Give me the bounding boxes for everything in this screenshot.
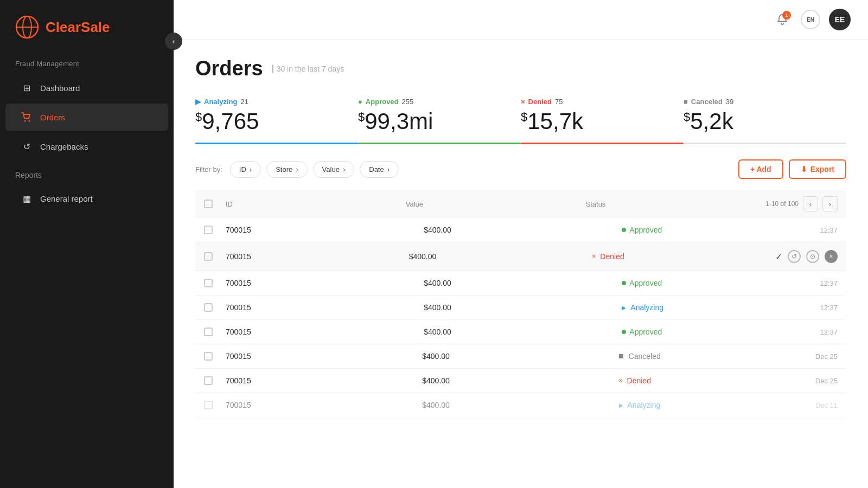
table-row[interactable]: 700015 $400.00 Approved 12:37 (195, 218, 846, 242)
filter-id-arrow-icon: › (250, 165, 252, 174)
select-all-checkbox[interactable] (204, 200, 226, 208)
next-page-button[interactable]: › (822, 196, 838, 211)
stat-canceled-label: ■ Canceled 39 (684, 98, 830, 106)
sidebar-item-dashboard-label: Dashboard (40, 84, 80, 93)
table-header: ID Value Status 1-10 of 100 ‹ › (195, 190, 846, 218)
filter-store-button[interactable]: Store › (266, 161, 307, 178)
stat-analyzing: ▶ Analyzing 21 $9,765 (195, 98, 358, 143)
sidebar-item-chargebacks[interactable]: ↺ Chargebacks (5, 133, 168, 160)
row-value-1: $400.00 (424, 226, 622, 234)
row-status-6: Canceled (619, 352, 815, 361)
row-status-7: × Denied (619, 376, 815, 385)
filters-row: Filter by: ID › Store › Value › Date › +… (195, 159, 846, 179)
approved-indicator (358, 143, 521, 144)
page-subtitle: 30 in the last 7 days (272, 65, 344, 73)
row-value-7: $400.00 (422, 376, 618, 385)
stat-denied-value: $15,7k (521, 110, 667, 133)
row-time-3: 12:37 (820, 279, 838, 287)
stat-approved-value: $99,3mi (358, 110, 505, 133)
avatar[interactable]: EE (829, 9, 851, 30)
dashboard-icon: ⊞ (21, 82, 33, 94)
table-row[interactable]: 700015 $400.00 ▶ Analyzing Dec 11 (195, 393, 846, 418)
logo-text: ClearSale (46, 19, 110, 36)
row-id-5: 700015 (226, 328, 424, 336)
row-status-8: ▶ Analyzing (619, 401, 815, 409)
prev-page-button[interactable]: ‹ (803, 196, 818, 211)
table-actions: + Add ⬇ Export (738, 159, 846, 179)
row-value-2: $400.00 (409, 252, 592, 261)
row-id-2: 700015 (226, 252, 409, 261)
row-checkbox-2[interactable] (204, 252, 226, 261)
orders-icon (21, 111, 33, 123)
refresh-action-button[interactable]: ↺ (788, 250, 801, 263)
row-value-5: $400.00 (424, 328, 622, 336)
notifications-button[interactable]: 1 (773, 10, 792, 29)
close-action-button[interactable]: × (825, 250, 838, 263)
logo: ClearSale (0, 0, 174, 50)
row-checkbox-6[interactable] (204, 352, 226, 361)
row-id-4: 700015 (226, 303, 424, 312)
canceled-square-icon (619, 354, 623, 358)
sidebar-item-orders[interactable]: Orders (5, 104, 168, 131)
approved-prefix-icon: ● (358, 98, 362, 106)
svg-point-4 (29, 120, 30, 122)
sidebar-item-dashboard[interactable]: ⊞ Dashboard (5, 74, 168, 101)
page-title: Orders (195, 57, 263, 80)
table-row[interactable]: 700015 $400.00 × Denied ✓ ↺ ⊙ × (195, 242, 846, 271)
row-id-6: 700015 (226, 352, 422, 361)
row-checkbox-3[interactable] (204, 279, 226, 287)
denied-x-icon-7: × (619, 377, 623, 384)
filter-date-button[interactable]: Date › (360, 161, 399, 178)
row-checkbox-7[interactable] (204, 376, 226, 385)
table-row[interactable]: 700015 $400.00 ▶ Analyzing 12:37 (195, 296, 846, 320)
row-id-1: 700015 (226, 226, 424, 234)
approved-dot-5 (622, 330, 626, 334)
analyzing-arrow-icon: ▶ (622, 305, 626, 311)
sidebar-item-general-report-label: General report (40, 194, 93, 203)
row-time-7: Dec 25 (815, 377, 838, 385)
general-report-icon: ▦ (21, 192, 33, 204)
table-row[interactable]: 700015 $400.00 Canceled Dec 25 (195, 344, 846, 369)
table-row[interactable]: 700015 $400.00 Approved 12:37 (195, 320, 846, 344)
fraud-management-label: Fraud Management (0, 50, 174, 73)
row-status-3: Approved (622, 279, 820, 287)
notification-badge: 1 (782, 11, 791, 20)
stat-canceled-value: $5,2k (684, 110, 830, 133)
row-checkbox-8[interactable] (204, 401, 226, 409)
denied-prefix-icon: × (521, 98, 525, 106)
language-button[interactable]: EN (801, 10, 820, 29)
stat-approved: ● Approved 255 $99,3mi (358, 98, 521, 143)
table-row[interactable]: 700015 $400.00 Approved 12:37 (195, 271, 846, 296)
stats-row: ▶ Analyzing 21 $9,765 ● Approved 255 $99… (195, 98, 846, 144)
column-value-header: Value (406, 200, 586, 208)
export-icon: ⬇ (801, 165, 807, 174)
stat-denied: × Denied 75 $15,7k (521, 98, 684, 143)
sidebar-toggle-button[interactable]: ‹ (165, 33, 182, 50)
table-row[interactable]: 700015 $400.00 × Denied Dec 25 (195, 369, 846, 393)
reports-section-label: Reports (0, 161, 174, 184)
row-checkbox-5[interactable] (204, 328, 226, 336)
row-value-4: $400.00 (424, 303, 622, 312)
svg-point-3 (24, 120, 26, 122)
page-content: Orders 30 in the last 7 days ▶ Analyzing… (174, 40, 868, 488)
add-button[interactable]: + Add (738, 159, 783, 179)
stat-analyzing-label: ▶ Analyzing 21 (195, 98, 342, 106)
approve-action-button[interactable]: ✓ (775, 252, 782, 262)
filter-value-button[interactable]: Value › (313, 161, 355, 178)
stat-analyzing-value: $9,765 (195, 110, 342, 133)
filter-id-button[interactable]: ID › (230, 161, 261, 178)
export-button[interactable]: ⬇ Export (789, 159, 846, 179)
row-id-3: 700015 (226, 279, 424, 287)
info-action-button[interactable]: ⊙ (806, 250, 819, 263)
row-time-8: Dec 11 (815, 401, 838, 409)
row-value-3: $400.00 (424, 279, 622, 287)
header-checkbox[interactable] (204, 200, 213, 208)
row-id-8: 700015 (226, 401, 422, 409)
row-checkbox-4[interactable] (204, 303, 226, 312)
topbar: 1 EN EE (174, 0, 868, 40)
sidebar-item-general-report[interactable]: ▦ General report (5, 185, 168, 212)
analyzing-prefix-icon: ▶ (195, 98, 201, 106)
filter-value-arrow-icon: › (343, 165, 345, 174)
row-checkbox-1[interactable] (204, 226, 226, 234)
chargebacks-icon: ↺ (21, 140, 33, 152)
